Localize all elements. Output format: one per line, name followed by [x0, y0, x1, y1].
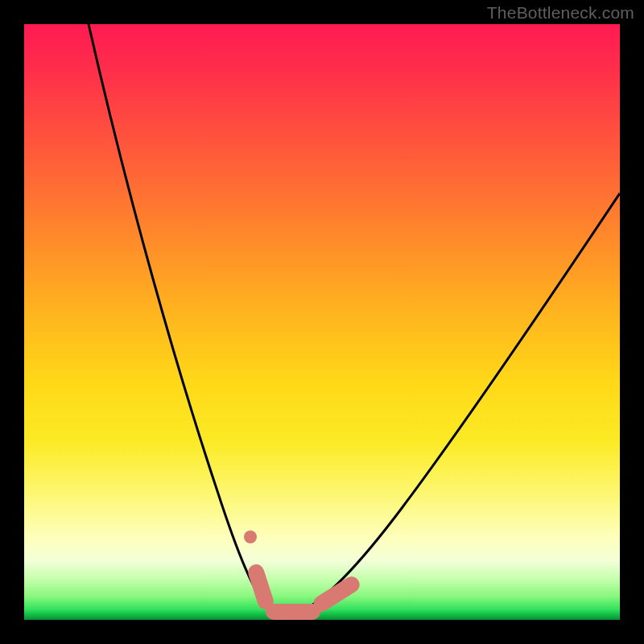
chart-frame: TheBottleneck.com [0, 0, 644, 644]
bottleneck-curve [89, 24, 620, 616]
plot-area [24, 24, 620, 620]
bottleneck-curve-svg [24, 24, 620, 620]
marker-left-capsule [246, 562, 276, 611]
marker-dot [244, 530, 257, 543]
marker-right-capsule [311, 574, 363, 615]
watermark-text: TheBottleneck.com [487, 3, 634, 23]
marker-bottom-capsule [266, 604, 320, 620]
